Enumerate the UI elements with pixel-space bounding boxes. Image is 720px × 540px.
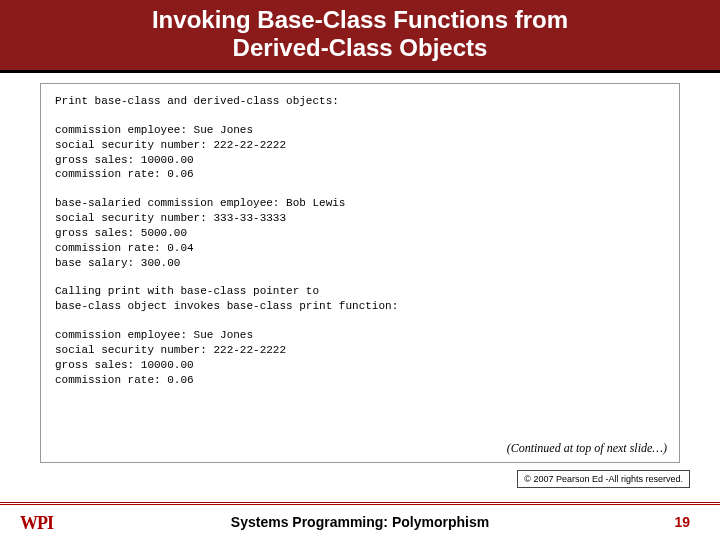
output-block-2: commission employee: Sue Jones social se…	[55, 123, 665, 182]
output-block-4: Calling print with base-class pointer to…	[55, 284, 665, 314]
program-output-box: Print base-class and derived-class objec…	[40, 83, 680, 463]
footer-divider-inner	[0, 504, 720, 505]
slide-title: Invoking Base-Class Functions from Deriv…	[0, 0, 720, 73]
page-number: 19	[674, 514, 690, 530]
output-block-3: base-salaried commission employee: Bob L…	[55, 196, 665, 270]
title-line-1: Invoking Base-Class Functions from	[20, 6, 700, 34]
output-block-5: commission employee: Sue Jones social se…	[55, 328, 665, 387]
output-block-1: Print base-class and derived-class objec…	[55, 94, 665, 109]
title-line-2: Derived-Class Objects	[20, 34, 700, 62]
copyright-notice: © 2007 Pearson Ed -All rights reserved.	[517, 470, 690, 488]
continued-note: (Continued at top of next slide…)	[507, 440, 667, 456]
footer-title: Systems Programming: Polymorphism	[0, 514, 720, 530]
